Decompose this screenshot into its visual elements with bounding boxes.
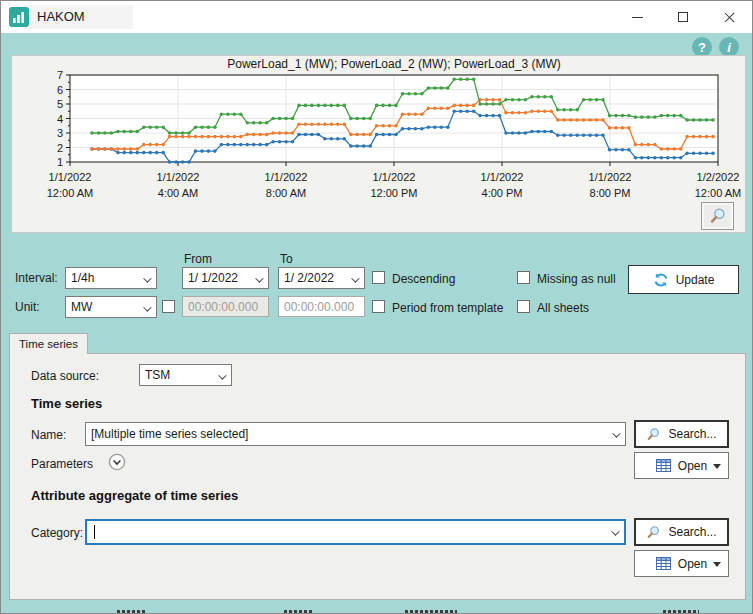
dropdown-arrow-icon[interactable]	[713, 562, 721, 567]
minimize-button[interactable]	[614, 1, 660, 33]
descending-checkbox[interactable]	[372, 271, 385, 284]
all-sheets-checkbox[interactable]	[517, 300, 530, 313]
unit-select[interactable]: MW	[65, 296, 157, 318]
interval-select[interactable]: 1/4h	[65, 267, 157, 289]
to-label: To	[280, 252, 293, 266]
parameters-expander-button[interactable]	[108, 453, 126, 475]
open-label: Open	[678, 557, 707, 571]
svg-text:1/1/2022: 1/1/2022	[481, 171, 524, 183]
search-time-series-button[interactable]: Search...	[634, 420, 729, 448]
tab-label: Time series	[19, 338, 78, 350]
svg-text:3: 3	[57, 127, 63, 139]
svg-text:4:00 AM: 4:00 AM	[158, 187, 198, 199]
cutoff-text-fragment	[284, 610, 314, 613]
svg-text:1/1/2022: 1/1/2022	[589, 171, 632, 183]
svg-text:1/1/2022: 1/1/2022	[265, 171, 308, 183]
svg-text:1/1/2022: 1/1/2022	[49, 171, 92, 183]
descending-label: Descending	[392, 272, 455, 286]
to-date-picker[interactable]: 1/ 2/2022	[278, 267, 365, 289]
unit-value: MW	[71, 300, 92, 314]
minimize-icon	[632, 17, 643, 18]
svg-text:12:00 AM: 12:00 AM	[47, 187, 93, 199]
chevron-down-icon	[143, 303, 151, 311]
close-button[interactable]	[706, 1, 752, 33]
svg-text:2: 2	[57, 142, 63, 154]
chevron-down-icon	[612, 429, 620, 437]
missing-as-null-label: Missing as null	[537, 272, 616, 286]
chart-zoom-button[interactable]	[701, 202, 734, 230]
attribute-aggregate-heading: Attribute aggregate of time series	[31, 488, 238, 503]
table-icon	[656, 459, 671, 472]
open-label: Open	[678, 459, 707, 473]
help-icon[interactable]: ?	[692, 37, 712, 57]
svg-text:5: 5	[57, 98, 63, 110]
search-label: Search...	[668, 525, 716, 539]
svg-text:1/1/2022: 1/1/2022	[157, 171, 200, 183]
table-icon	[656, 557, 671, 570]
period-from-template-label: Period from template	[392, 301, 503, 315]
missing-as-null-checkbox[interactable]	[517, 271, 530, 284]
svg-text:7: 7	[57, 69, 63, 81]
search-category-button[interactable]: Search...	[634, 518, 729, 546]
from-time-field: 00:00:00.000	[182, 296, 269, 317]
search-icon	[646, 525, 661, 540]
svg-text:1/1/2022: 1/1/2022	[373, 171, 416, 183]
unit-label: Unit:	[15, 300, 40, 314]
svg-text:8:00 AM: 8:00 AM	[266, 187, 306, 199]
to-time-field[interactable]: 00:00:00.000	[278, 296, 365, 317]
info-icon[interactable]: i	[719, 37, 739, 57]
open-time-series-button[interactable]: Open	[634, 452, 729, 479]
all-sheets-label: All sheets	[537, 301, 589, 315]
from-label: From	[184, 252, 212, 266]
tab-time-series[interactable]: Time series	[9, 333, 88, 354]
svg-text:8:00 PM: 8:00 PM	[590, 187, 631, 199]
cutoff-text-fragment	[405, 610, 457, 613]
app-logo-icon	[9, 7, 29, 27]
name-value: [Multiple time series selected]	[91, 427, 248, 441]
maximize-icon	[678, 12, 688, 22]
data-source-label: Data source:	[31, 369, 99, 383]
magnifier-icon	[709, 207, 727, 225]
search-icon	[646, 427, 661, 442]
chevron-down-icon	[218, 371, 226, 379]
from-date-picker[interactable]: 1/ 1/2022	[182, 267, 269, 289]
window-title: HAKOM	[37, 9, 85, 24]
maximize-button[interactable]	[660, 1, 706, 33]
timeseries-chart: 12345671/1/202212:00 AM1/1/20224:00 AM1/…	[12, 56, 745, 232]
data-source-value: TSM	[145, 368, 170, 382]
close-icon	[723, 11, 736, 24]
chevron-down-icon	[143, 274, 151, 282]
refresh-icon	[653, 272, 669, 288]
parameters-label: Parameters	[31, 457, 93, 471]
data-source-select[interactable]: TSM	[139, 364, 232, 386]
chart-panel: 12345671/1/202212:00 AM1/1/20224:00 AM1/…	[11, 55, 746, 233]
svg-text:1: 1	[57, 156, 63, 168]
interval-label: Interval:	[15, 271, 58, 285]
category-combobox[interactable]	[85, 519, 626, 545]
title-bar: HAKOM	[1, 1, 752, 33]
dropdown-arrow-icon[interactable]	[713, 464, 721, 469]
open-category-button[interactable]: Open	[634, 550, 729, 577]
cutoff-text-fragment	[117, 610, 147, 613]
hakom-window: HAKOM ? i 12345671/1/202212:00 AM1/1/202…	[0, 0, 753, 614]
svg-text:4:00 PM: 4:00 PM	[482, 187, 523, 199]
svg-text:6: 6	[57, 84, 63, 96]
name-combobox[interactable]: [Multiple time series selected]	[85, 422, 626, 446]
interval-value: 1/4h	[71, 271, 94, 285]
update-button[interactable]: Update	[628, 265, 739, 294]
update-label: Update	[676, 273, 715, 287]
chevron-down-icon	[611, 527, 619, 535]
expand-chevron-icon	[108, 453, 126, 471]
text-caret	[94, 525, 95, 539]
svg-text:4: 4	[57, 113, 63, 125]
search-label: Search...	[668, 427, 716, 441]
svg-text:12:00 AM: 12:00 AM	[695, 187, 741, 199]
to-time-value: 00:00:00.000	[284, 300, 354, 314]
svg-text:12:00 PM: 12:00 PM	[370, 187, 417, 199]
svg-text:1/2/2022: 1/2/2022	[697, 171, 740, 183]
time-enable-checkbox[interactable]	[162, 300, 175, 313]
from-time-value: 00:00:00.000	[188, 300, 258, 314]
period-from-template-checkbox[interactable]	[372, 300, 385, 313]
category-label: Category:	[31, 526, 83, 540]
from-date-value: 1/ 1/2022	[188, 271, 238, 285]
